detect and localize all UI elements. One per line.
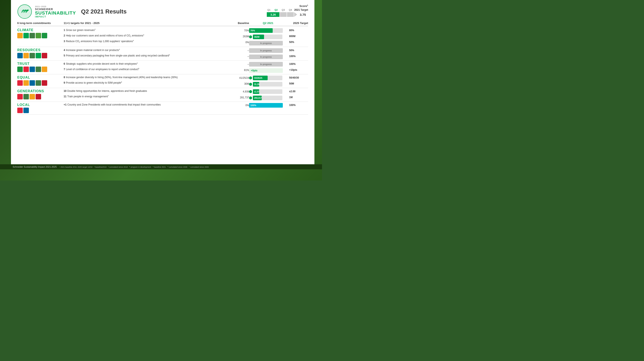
q2-circle-bar: 294,017 xyxy=(249,96,282,100)
section-icons-4 xyxy=(17,94,64,99)
q2-value-display: +0pts xyxy=(249,68,283,73)
target-vals-col-4: x2.001M xyxy=(287,89,308,99)
q2-col-5: 100% xyxy=(249,103,287,108)
q2-bar-2-1: +0pts xyxy=(249,68,287,73)
target-row-0-2: 3Reduce CO2 emissions from top 1,000 sup… xyxy=(64,39,230,44)
page-title: Q2 2021 Results xyxy=(81,8,126,15)
q2-bar-1-0: In progress xyxy=(249,48,287,53)
baseline-value-2-0: -- xyxy=(248,62,249,66)
sdg-icon-1-0 xyxy=(17,53,23,58)
target-vals-col-3: 50/40/3050M xyxy=(287,76,308,86)
footer-notes: ¹ 2021 baseline 3/10, 2025 target 10/10 … xyxy=(60,166,209,168)
q2-col-0: 70% 302M In progress xyxy=(249,28,287,45)
target-number: 10 xyxy=(64,89,66,92)
sdg-icon-4-0 xyxy=(17,94,23,99)
target-row-4-1: 11Train people in energy management7 xyxy=(64,95,230,98)
baseline-value-4-1: 281,737 xyxy=(240,95,249,99)
target-value-1-0: 50% xyxy=(287,48,308,52)
q2-bar-0-2: In progress xyxy=(249,41,287,45)
section-label-2: TRUST xyxy=(17,62,64,72)
sdg-icon-4-3 xyxy=(36,94,41,99)
sdg-icon-0-0 xyxy=(17,33,23,38)
section-icons-0 xyxy=(17,33,64,38)
q2-col-3: 43/26/25 31.2M xyxy=(249,76,287,86)
targets-col-0: 1Grow our green revenues2 2Help our cust… xyxy=(64,28,230,44)
section-name-5: LOCAL xyxy=(17,103,64,107)
target-vals-col-0: 80%800M50% xyxy=(287,28,308,44)
targets-col-5: +1Country and Zone Presidents with local… xyxy=(64,103,230,107)
sdg-icon-2-3 xyxy=(36,66,41,72)
targets-col-2: 6Strategic suppliers who provide decent … xyxy=(64,62,230,71)
q2-bar-1-1: In progress xyxy=(249,54,287,59)
q2-circle-bar: 43/26/25 xyxy=(249,76,282,80)
sdg-icon-0-2 xyxy=(30,33,35,38)
q2-col-1: In progressIn progress xyxy=(249,48,287,59)
target-number: 3 xyxy=(64,40,65,43)
section-label-1: RESOURCES xyxy=(17,48,64,58)
section-icons-3 xyxy=(17,80,64,86)
section-equal: EQUAL 8Increase gender diversity in hiri… xyxy=(17,74,308,88)
target-number: 11 xyxy=(64,95,66,98)
sdg-icon-0-4 xyxy=(42,33,47,38)
sdg-icon-5-1 xyxy=(24,108,29,113)
section-name-1: RESOURCES xyxy=(17,48,64,52)
baseline-value-3-0: 41/25/24 xyxy=(239,76,249,80)
sdg-icon-0-3 xyxy=(36,33,41,38)
target-number: 7 xyxy=(64,68,65,71)
section-resources: RESOURCES 4Increase green material conte… xyxy=(17,47,308,61)
baseline-col-0: 70%263M0% xyxy=(230,28,249,44)
q2-col-2: In progress +0pts xyxy=(249,62,287,73)
in-progress-indicator: In progress xyxy=(249,48,283,53)
target-vals-col-5: 100% xyxy=(287,103,308,107)
target-number: 1 xyxy=(64,29,65,31)
sdg-icon-1-3 xyxy=(36,53,41,58)
sdg-icon-0-1 xyxy=(24,33,29,38)
baseline-value-0-2: 0% xyxy=(246,40,249,44)
target-row-0-0: 1Grow our green revenues2 xyxy=(64,28,230,32)
score-label: Score1 xyxy=(300,4,308,7)
target-row-1-0: 4Increase green material content in our … xyxy=(64,48,230,52)
target-number: 9 xyxy=(64,81,65,84)
sdg-icon-3-4 xyxy=(42,80,47,86)
sdg-icon-2-0 xyxy=(17,66,23,72)
sdg-icon-3-1 xyxy=(24,80,29,86)
baseline-value-3-1: 30M xyxy=(244,81,249,86)
q2-progress-bar: 70% xyxy=(249,28,283,33)
targets-col-3: 8Increase gender diversity in hiring (50… xyxy=(64,76,230,85)
target-row-0-1: 2Help our customers save and avoid milli… xyxy=(64,34,230,38)
sdg-icon-5-0 xyxy=(17,108,23,113)
target-row-3-0: 8Increase gender diversity in hiring (50… xyxy=(64,76,230,79)
schneider-text-block: 2021–2025 SCHNEIDER SUSTAINABILITY IMPAC… xyxy=(35,5,76,18)
targets-col-1: 4Increase green material content in our … xyxy=(64,48,230,57)
section-icons-5 xyxy=(17,108,64,113)
target-value-3-1: 50M xyxy=(287,81,308,86)
th-q2: Q2 2021 xyxy=(249,21,287,25)
q2-col-4: x1.07 294,017 xyxy=(249,89,287,100)
q2-bar-0-1: 302M xyxy=(249,34,287,39)
section-label-5: LOCAL xyxy=(17,103,64,113)
sdg-icon-3-0 xyxy=(17,80,23,86)
sdg-icon-1-2 xyxy=(30,53,35,58)
sdg-icon-4-2 xyxy=(30,94,35,99)
baseline-value-5-0: 0% xyxy=(246,103,249,107)
q2-bar-5-0: 100% xyxy=(249,103,287,108)
sdg-icon-1-1 xyxy=(24,53,29,58)
target-row-1-1: 5Primary and secondary packaging free fr… xyxy=(64,54,230,57)
target-value-0-2: 50% xyxy=(287,40,308,44)
target-row-5-0: +1Country and Zone Presidents with local… xyxy=(64,103,230,107)
section-icons-1 xyxy=(17,53,64,58)
target-vals-col-1: 50%100% xyxy=(287,48,308,58)
baseline-col-3: 41/25/2430M xyxy=(230,76,249,86)
section-icons-2 xyxy=(17,66,64,72)
target-number: 6 xyxy=(64,62,65,65)
target-value-1-1: 100% xyxy=(287,54,308,58)
in-progress-indicator: In progress xyxy=(249,41,283,45)
baseline-col-2: --81% xyxy=(230,62,249,72)
q2-bar-4-1: 294,017 xyxy=(249,96,287,100)
th-targets: 11+1 targets for 2021 - 2025 xyxy=(64,21,230,25)
target-row-2-1: 7Level of confidence of our employees to… xyxy=(64,67,230,71)
section-local: LOCAL +1Country and Zone Presidents with… xyxy=(17,102,308,115)
target-value-5-0: 100% xyxy=(287,103,308,107)
q2-bar-0-0: 70% xyxy=(249,28,287,33)
baseline-col-5: 0% xyxy=(230,103,249,107)
